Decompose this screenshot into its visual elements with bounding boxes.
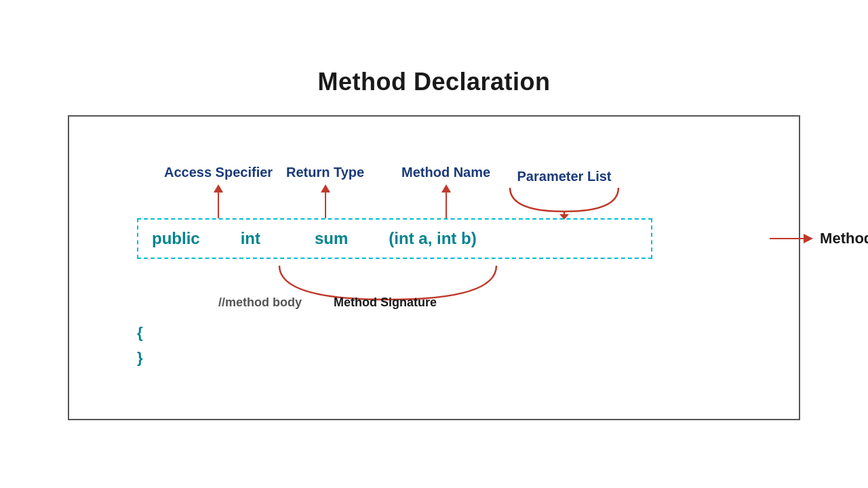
- parameter-list-group: Parameter List: [503, 169, 625, 218]
- return-type-group: Return Type: [286, 165, 364, 218]
- code-params: (int a, int b): [389, 229, 476, 248]
- access-specifier-label: Access Specifier: [164, 165, 273, 180]
- open-brace-line: {: [137, 320, 772, 345]
- method-signature-label: Method Signature: [334, 296, 437, 310]
- code-public: public: [152, 229, 200, 248]
- method-header-arrow: [770, 234, 813, 243]
- parameter-brace-area: [503, 184, 625, 218]
- param-brace-svg: [503, 184, 625, 218]
- access-specifier-group: Access Specifier: [164, 165, 273, 218]
- code-sum: sum: [315, 229, 348, 248]
- page-title: Method Declaration: [317, 68, 550, 96]
- return-type-arrow: [321, 184, 330, 218]
- method-name-label: Method Name: [401, 165, 490, 180]
- method-name-group: Method Name: [401, 165, 490, 218]
- access-specifier-arrow: [214, 184, 223, 218]
- method-name-arrow: [441, 184, 451, 218]
- code-int: int: [241, 229, 260, 248]
- method-header-group: Method Header: [770, 230, 868, 247]
- dashed-row-wrapper: public int sum (int a, int b) Method Hea…: [137, 218, 772, 259]
- brace-below-wrapper: //method body Method Signature: [137, 259, 652, 313]
- method-header-box: public int sum (int a, int b): [137, 218, 652, 259]
- method-body-label: //method body: [218, 296, 302, 310]
- return-type-label: Return Type: [286, 165, 364, 180]
- labels-row: Access Specifier Return Type Method Name: [137, 137, 772, 218]
- diagram-container: Access Specifier Return Type Method Name: [68, 115, 800, 420]
- parameter-list-label: Parameter List: [517, 169, 612, 184]
- close-brace-line: }: [137, 345, 772, 370]
- code-body: { }: [137, 320, 772, 371]
- method-header-label: Method Header: [820, 230, 868, 247]
